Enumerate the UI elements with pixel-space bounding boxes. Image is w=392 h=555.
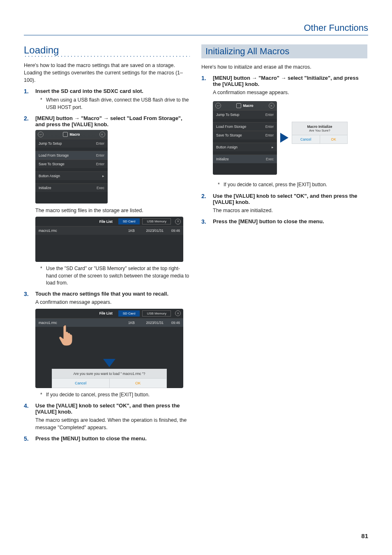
- step-1: Insert the SD card into the SDXC card sl…: [24, 88, 190, 111]
- heading-initializing: Initializing All Macros: [201, 44, 367, 58]
- arrow-icon: →: [74, 115, 80, 121]
- rstep-2-title: Use the [VALUE] knob to select "OK", and…: [213, 193, 367, 205]
- rstep-3: Press the [MENU] button to close the men…: [201, 218, 367, 224]
- intro-text-right: Here's how to initialize and erase all t…: [201, 63, 367, 71]
- section-heading: Other Functions: [24, 23, 368, 35]
- ok-button: OK: [320, 135, 348, 144]
- close-icon: ✕: [175, 310, 181, 316]
- back-icon: ↩: [215, 103, 221, 109]
- screenshot-initialize-row: ↩ Macro ✕ Jump To SetupEnter Load From S…: [213, 99, 367, 178]
- right-column: Initializing All Macros Here's how to in…: [201, 44, 367, 446]
- arrow-icon: →: [103, 115, 108, 121]
- step-3: Touch the macro settings file that you w…: [24, 291, 190, 398]
- step-2-title: [MENU] button → "Macro" → select "Load F…: [35, 115, 190, 127]
- confirm-message: Are you sure you want to load " macro1.r…: [52, 369, 167, 379]
- rstep-2-body: The macros are initialized.: [213, 207, 367, 214]
- svg-marker-0: [103, 359, 115, 367]
- back-icon: ↩: [38, 132, 44, 137]
- rstep-2: Use the [VALUE] knob to select "OK", and…: [201, 193, 367, 214]
- screenshot-file-list-touch: File List SD Card USB Memory ✕ macro1.rm…: [35, 309, 183, 388]
- page-number: 81: [361, 532, 368, 539]
- step-5-title: Press the [MENU] button to close the men…: [35, 435, 190, 442]
- step-4: Use the [VALUE] knob to select "OK", and…: [24, 402, 190, 431]
- heading-loading: Loading: [24, 44, 190, 56]
- two-column-layout: Loading Here's how to load the macro set…: [24, 44, 368, 446]
- steps-list-left: Insert the SD card into the SDXC card sl…: [24, 88, 190, 442]
- tab-sd-card: SD Card: [118, 310, 140, 317]
- svg-marker-1: [280, 133, 288, 143]
- tab-usb-memory: USB Memory: [142, 310, 171, 317]
- step-1-note: When using a USB flash drive, connect th…: [40, 97, 190, 111]
- page: Other Functions Loading Here's how to lo…: [0, 0, 392, 555]
- right-arrow-icon: [280, 133, 288, 144]
- screenshot-macro-menu-init: ↩ Macro ✕ Jump To SetupEnter Load From S…: [213, 101, 277, 175]
- steps-list-right: [MENU] button → "Macro" → select "Initia…: [201, 75, 367, 224]
- arrow-icon: →: [281, 75, 286, 81]
- initialize-dialog: Macro Initialize Are You Sure? Cancel OK: [292, 122, 348, 144]
- screenshot-file-list: File List SD Card USB Memory ✕ macro1.rm…: [35, 217, 183, 262]
- step-4-body: The macro settings are loaded. When the …: [35, 416, 190, 431]
- step-5: Press the [MENU] button to close the men…: [24, 435, 190, 442]
- rstep-1-title: [MENU] button → "Macro" → select "Initia…: [213, 75, 367, 87]
- rstep-1: [MENU] button → "Macro" → select "Initia…: [201, 75, 367, 189]
- save-icon: [236, 103, 241, 108]
- confirm-dialog: Are you sure you want to load " macro1.r…: [52, 369, 167, 388]
- rstep-3-title: Press the [MENU] button to close the men…: [213, 218, 367, 224]
- screenshot-macro-menu-load: ↩ Macro ✕ Jump To SetupEnter Load From S…: [35, 130, 108, 204]
- close-icon: ✕: [175, 219, 181, 224]
- intro-text: Here's how to load the macro settings th…: [24, 62, 190, 84]
- tab-usb-memory: USB Memory: [142, 218, 171, 224]
- step-1-title: Insert the SD card into the SDXC card sl…: [35, 88, 190, 94]
- touch-hand-icon: [58, 324, 75, 347]
- cancel-button: Cancel: [52, 379, 110, 388]
- step-2: [MENU] button → "Macro" → select "Load F…: [24, 115, 190, 287]
- rstep-1-note: If you decide to cancel, press the [EXIT…: [218, 181, 367, 188]
- arrow-icon: →: [252, 75, 257, 81]
- ok-button: OK: [110, 379, 167, 388]
- cancel-button: Cancel: [292, 135, 320, 144]
- step-4-title: Use the [VALUE] knob to select "OK", and…: [35, 402, 190, 415]
- step-3-note: If you decide to cancel, press the [EXIT…: [40, 391, 190, 398]
- close-icon: ✕: [269, 103, 274, 109]
- step-3-body: A confirmation message appears.: [35, 298, 190, 306]
- left-column: Loading Here's how to load the macro set…: [24, 44, 190, 446]
- close-icon: ✕: [99, 132, 105, 137]
- step-3-title: Touch the macro settings file that you w…: [35, 291, 190, 297]
- tab-sd-card: SD Card: [118, 218, 140, 224]
- rstep-1-body: A confirmation message appears.: [213, 89, 367, 96]
- save-icon: [63, 132, 68, 137]
- step-2-note: Use the "SD Card" or "USB Memory" select…: [40, 265, 190, 287]
- step-2-aftertext: The macro setting files in the storage a…: [35, 207, 190, 214]
- down-arrow-icon: [35, 359, 183, 367]
